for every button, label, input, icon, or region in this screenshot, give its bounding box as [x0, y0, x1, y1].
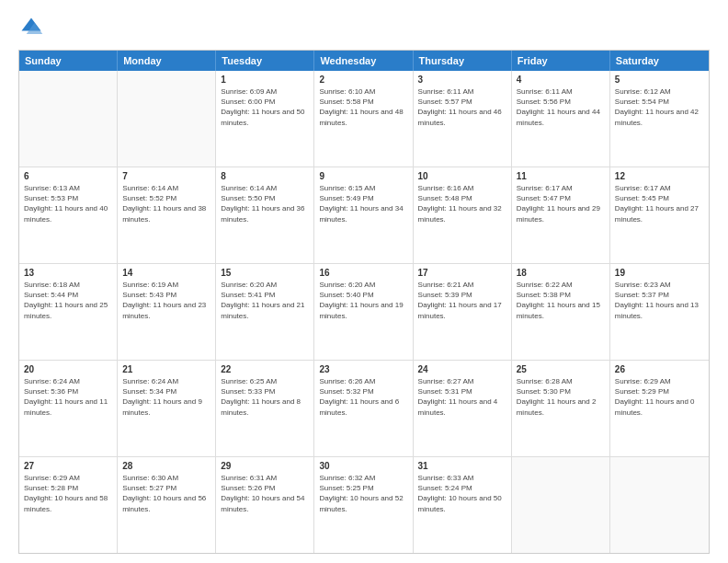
cell-content: Sunrise: 6:29 AM Sunset: 5:29 PM Dayligh… [615, 376, 704, 418]
header-cell-thursday: Thursday [414, 51, 512, 71]
day-number: 4 [517, 75, 605, 85]
calendar-cell: 30Sunrise: 6:32 AM Sunset: 5:25 PM Dayli… [314, 457, 413, 553]
cell-content: Sunrise: 6:22 AM Sunset: 5:38 PM Dayligh… [517, 280, 605, 321]
calendar-body: 1Sunrise: 6:09 AM Sunset: 6:00 PM Daylig… [19, 71, 709, 553]
cell-content: Sunrise: 6:10 AM Sunset: 5:58 PM Dayligh… [319, 86, 407, 128]
cell-content: Sunrise: 6:11 AM Sunset: 5:57 PM Dayligh… [418, 86, 506, 128]
calendar-cell: 16Sunrise: 6:20 AM Sunset: 5:40 PM Dayli… [314, 264, 413, 360]
header-cell-tuesday: Tuesday [216, 51, 314, 71]
cell-content: Sunrise: 6:19 AM Sunset: 5:43 PM Dayligh… [122, 280, 210, 321]
day-number: 30 [319, 461, 407, 471]
day-number: 7 [122, 171, 210, 181]
cell-content: Sunrise: 6:15 AM Sunset: 5:49 PM Dayligh… [319, 183, 407, 224]
calendar-cell: 22Sunrise: 6:25 AM Sunset: 5:33 PM Dayli… [216, 361, 314, 456]
calendar-week-2: 6Sunrise: 6:13 AM Sunset: 5:53 PM Daylig… [19, 167, 709, 264]
calendar-cell: 9Sunrise: 6:15 AM Sunset: 5:49 PM Daylig… [314, 167, 413, 263]
calendar-week-1: 1Sunrise: 6:09 AM Sunset: 6:00 PM Daylig… [19, 71, 709, 167]
logo-icon [18, 15, 44, 40]
calendar-cell: 28Sunrise: 6:30 AM Sunset: 5:27 PM Dayli… [118, 457, 216, 553]
calendar-cell: 2Sunrise: 6:10 AM Sunset: 5:58 PM Daylig… [314, 71, 413, 167]
calendar: SundayMondayTuesdayWednesdayThursdayFrid… [18, 50, 710, 554]
cell-content: Sunrise: 6:31 AM Sunset: 5:26 PM Dayligh… [221, 473, 309, 514]
calendar-cell: 11Sunrise: 6:17 AM Sunset: 5:47 PM Dayli… [512, 167, 610, 263]
page: SundayMondayTuesdayWednesdayThursdayFrid… [0, 0, 728, 563]
calendar-cell: 24Sunrise: 6:27 AM Sunset: 5:31 PM Dayli… [414, 361, 512, 456]
calendar-cell: 21Sunrise: 6:24 AM Sunset: 5:34 PM Dayli… [118, 361, 216, 456]
calendar-cell: 3Sunrise: 6:11 AM Sunset: 5:57 PM Daylig… [414, 71, 512, 167]
day-number: 23 [319, 364, 407, 374]
day-number: 18 [517, 268, 605, 278]
cell-content: Sunrise: 6:26 AM Sunset: 5:32 PM Dayligh… [319, 376, 407, 418]
cell-content: Sunrise: 6:21 AM Sunset: 5:39 PM Dayligh… [418, 280, 506, 321]
calendar-cell: 18Sunrise: 6:22 AM Sunset: 5:38 PM Dayli… [512, 264, 610, 360]
calendar-cell [118, 71, 216, 167]
calendar-cell: 5Sunrise: 6:12 AM Sunset: 5:54 PM Daylig… [610, 71, 709, 167]
cell-content: Sunrise: 6:29 AM Sunset: 5:28 PM Dayligh… [24, 473, 112, 514]
calendar-week-3: 13Sunrise: 6:18 AM Sunset: 5:44 PM Dayli… [19, 264, 709, 361]
cell-content: Sunrise: 6:12 AM Sunset: 5:54 PM Dayligh… [615, 86, 704, 128]
day-number: 9 [319, 171, 407, 181]
calendar-cell: 12Sunrise: 6:17 AM Sunset: 5:45 PM Dayli… [610, 167, 709, 263]
cell-content: Sunrise: 6:33 AM Sunset: 5:24 PM Dayligh… [418, 473, 506, 514]
day-number: 2 [319, 75, 407, 85]
cell-content: Sunrise: 6:14 AM Sunset: 5:52 PM Dayligh… [122, 183, 210, 224]
day-number: 29 [221, 461, 309, 471]
calendar-cell: 13Sunrise: 6:18 AM Sunset: 5:44 PM Dayli… [19, 264, 118, 360]
day-number: 15 [221, 268, 309, 278]
calendar-cell: 10Sunrise: 6:16 AM Sunset: 5:48 PM Dayli… [414, 167, 512, 263]
day-number: 28 [122, 461, 210, 471]
cell-content: Sunrise: 6:11 AM Sunset: 5:56 PM Dayligh… [517, 86, 605, 128]
day-number: 25 [517, 364, 605, 374]
day-number: 12 [615, 171, 704, 181]
calendar-week-5: 27Sunrise: 6:29 AM Sunset: 5:28 PM Dayli… [19, 457, 709, 553]
day-number: 11 [517, 171, 605, 181]
day-number: 26 [615, 364, 704, 374]
day-number: 17 [418, 268, 506, 278]
calendar-header: SundayMondayTuesdayWednesdayThursdayFrid… [19, 51, 709, 71]
cell-content: Sunrise: 6:13 AM Sunset: 5:53 PM Dayligh… [24, 183, 112, 224]
cell-content: Sunrise: 6:32 AM Sunset: 5:25 PM Dayligh… [319, 473, 407, 514]
day-number: 3 [418, 75, 506, 85]
day-number: 19 [615, 268, 704, 278]
cell-content: Sunrise: 6:14 AM Sunset: 5:50 PM Dayligh… [221, 183, 309, 224]
calendar-week-4: 20Sunrise: 6:24 AM Sunset: 5:36 PM Dayli… [19, 361, 709, 457]
day-number: 8 [221, 171, 309, 181]
day-number: 27 [24, 461, 112, 471]
cell-content: Sunrise: 6:17 AM Sunset: 5:45 PM Dayligh… [615, 183, 704, 224]
header-cell-sunday: Sunday [19, 51, 118, 71]
calendar-cell: 26Sunrise: 6:29 AM Sunset: 5:29 PM Dayli… [610, 361, 709, 456]
cell-content: Sunrise: 6:28 AM Sunset: 5:30 PM Dayligh… [517, 376, 605, 418]
day-number: 5 [615, 75, 704, 85]
cell-content: Sunrise: 6:24 AM Sunset: 5:34 PM Dayligh… [122, 376, 210, 418]
calendar-cell: 14Sunrise: 6:19 AM Sunset: 5:43 PM Dayli… [118, 264, 216, 360]
calendar-cell [19, 71, 118, 167]
calendar-cell [512, 457, 610, 553]
day-number: 13 [24, 268, 112, 278]
day-number: 24 [418, 364, 506, 374]
calendar-cell: 1Sunrise: 6:09 AM Sunset: 6:00 PM Daylig… [216, 71, 314, 167]
cell-content: Sunrise: 6:24 AM Sunset: 5:36 PM Dayligh… [24, 376, 112, 418]
calendar-cell: 23Sunrise: 6:26 AM Sunset: 5:32 PM Dayli… [314, 361, 413, 456]
day-number: 21 [122, 364, 210, 374]
header-cell-monday: Monday [118, 51, 216, 71]
day-number: 6 [24, 171, 112, 181]
cell-content: Sunrise: 6:18 AM Sunset: 5:44 PM Dayligh… [24, 280, 112, 321]
cell-content: Sunrise: 6:27 AM Sunset: 5:31 PM Dayligh… [418, 376, 506, 418]
header [18, 15, 710, 40]
calendar-cell: 20Sunrise: 6:24 AM Sunset: 5:36 PM Dayli… [19, 361, 118, 456]
calendar-cell: 29Sunrise: 6:31 AM Sunset: 5:26 PM Dayli… [216, 457, 314, 553]
cell-content: Sunrise: 6:25 AM Sunset: 5:33 PM Dayligh… [221, 376, 309, 418]
cell-content: Sunrise: 6:23 AM Sunset: 5:37 PM Dayligh… [615, 280, 704, 321]
cell-content: Sunrise: 6:20 AM Sunset: 5:40 PM Dayligh… [319, 280, 407, 321]
day-number: 20 [24, 364, 112, 374]
calendar-cell: 4Sunrise: 6:11 AM Sunset: 5:56 PM Daylig… [512, 71, 610, 167]
day-number: 31 [418, 461, 506, 471]
cell-content: Sunrise: 6:17 AM Sunset: 5:47 PM Dayligh… [517, 183, 605, 224]
day-number: 10 [418, 171, 506, 181]
calendar-cell: 7Sunrise: 6:14 AM Sunset: 5:52 PM Daylig… [118, 167, 216, 263]
cell-content: Sunrise: 6:09 AM Sunset: 6:00 PM Dayligh… [221, 86, 309, 128]
calendar-cell: 15Sunrise: 6:20 AM Sunset: 5:41 PM Dayli… [216, 264, 314, 360]
day-number: 14 [122, 268, 210, 278]
calendar-cell: 31Sunrise: 6:33 AM Sunset: 5:24 PM Dayli… [414, 457, 512, 553]
calendar-cell: 27Sunrise: 6:29 AM Sunset: 5:28 PM Dayli… [19, 457, 118, 553]
